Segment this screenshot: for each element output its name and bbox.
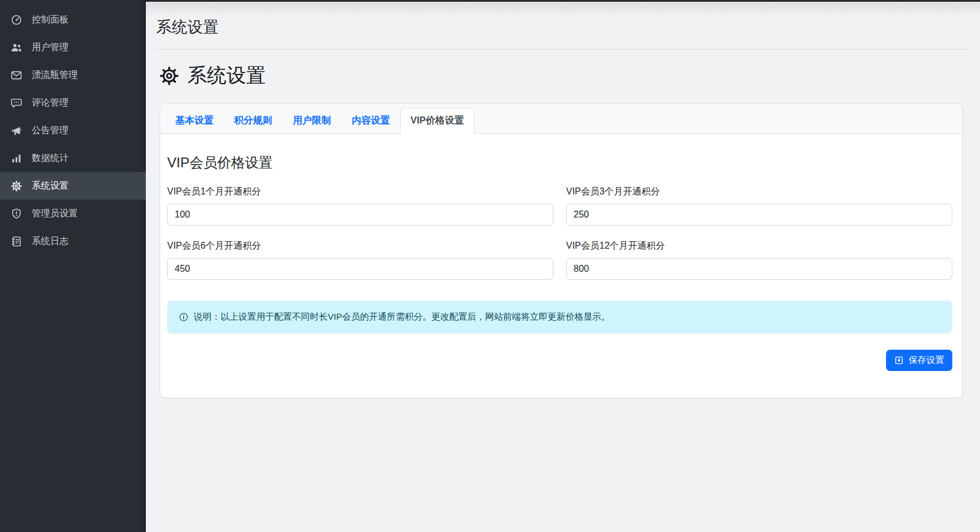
envelope-icon xyxy=(10,69,22,81)
app-window: 控制面板 用户管理 漂流瓶管理 评论管理 公告管理 数据统计 系统设置 管理员 xyxy=(0,0,980,532)
sidebar-item-system-logs[interactable]: 系统日志 xyxy=(0,227,146,255)
vip-12-month-input[interactable] xyxy=(566,258,952,280)
sidebar-item-label: 系统日志 xyxy=(32,235,69,248)
field-label: VIP会员6个月开通积分 xyxy=(167,240,553,252)
info-alert: 说明：以上设置用于配置不同时长VIP会员的开通所需积分。更改配置后，网站前端将立… xyxy=(167,301,952,334)
journal-icon xyxy=(10,235,22,248)
gear-icon xyxy=(159,65,180,87)
sidebar-item-label: 漂流瓶管理 xyxy=(32,69,78,81)
sidebar-item-system-settings[interactable]: 系统设置 xyxy=(0,172,146,200)
sidebar-item-label: 管理员设置 xyxy=(32,208,78,220)
save-icon xyxy=(894,355,904,365)
sidebar-item-announcements[interactable]: 公告管理 xyxy=(0,117,146,144)
vip-price-form: VIP会员1个月开通积分 VIP会员3个月开通积分 VIP会员6个月开通积分 V… xyxy=(167,186,952,280)
sidebar-item-users[interactable]: 用户管理 xyxy=(0,33,146,61)
field-vip-6-month: VIP会员6个月开通积分 xyxy=(167,240,553,280)
info-icon xyxy=(179,312,189,322)
sidebar-item-admin-settings[interactable]: 管理员设置 xyxy=(0,200,146,227)
actions-row: 保存设置 xyxy=(167,350,952,371)
sidebar-item-label: 用户管理 xyxy=(32,42,69,54)
field-label: VIP会员12个月开通积分 xyxy=(566,240,952,252)
vip-1-month-input[interactable] xyxy=(167,204,553,226)
sidebar-item-label: 公告管理 xyxy=(32,125,69,137)
gear-icon xyxy=(10,180,22,192)
settings-tabs: 基本设置 积分规则 用户限制 内容设置 VIP价格设置 xyxy=(160,104,962,134)
save-button-label: 保存设置 xyxy=(909,354,944,366)
sidebar-item-bottles[interactable]: 漂流瓶管理 xyxy=(0,61,146,89)
sidebar-item-dashboard[interactable]: 控制面板 xyxy=(0,6,146,33)
comment-icon xyxy=(10,97,22,109)
users-icon xyxy=(10,42,22,54)
sidebar-item-label: 数据统计 xyxy=(32,152,69,164)
page-title-text: 系统设置 xyxy=(187,62,266,89)
save-settings-button[interactable]: 保存设置 xyxy=(886,350,952,371)
tab-basic-settings[interactable]: 基本设置 xyxy=(165,108,224,134)
field-vip-3-month: VIP会员3个月开通积分 xyxy=(566,186,952,226)
tab-content-settings[interactable]: 内容设置 xyxy=(341,108,400,134)
field-vip-12-month: VIP会员12个月开通积分 xyxy=(566,240,952,280)
main-content: 系统设置 系统设置 基本设置 积分规则 用户限制 内容设置 VIP价格设置 VI… xyxy=(146,0,980,532)
sidebar-item-comments[interactable]: 评论管理 xyxy=(0,89,146,117)
field-label: VIP会员3个月开通积分 xyxy=(566,186,952,198)
page-header-title: 系统设置 xyxy=(146,2,980,49)
shield-icon xyxy=(10,208,22,220)
speedometer-icon xyxy=(10,14,22,26)
sidebar: 控制面板 用户管理 漂流瓶管理 评论管理 公告管理 数据统计 系统设置 管理员 xyxy=(0,0,146,532)
tab-user-limits[interactable]: 用户限制 xyxy=(282,108,341,134)
megaphone-icon xyxy=(10,125,22,137)
tab-points-rules[interactable]: 积分规则 xyxy=(224,108,282,134)
field-vip-1-month: VIP会员1个月开通积分 xyxy=(167,186,553,226)
section-title: VIP会员价格设置 xyxy=(167,153,952,172)
sidebar-item-label: 评论管理 xyxy=(32,97,69,109)
tab-vip-price-settings[interactable]: VIP价格设置 xyxy=(400,108,474,134)
page-title: 系统设置 xyxy=(159,62,968,89)
vip-3-month-input[interactable] xyxy=(566,204,952,226)
header-divider xyxy=(156,49,970,50)
tab-panel-vip-price: VIP会员价格设置 VIP会员1个月开通积分 VIP会员3个月开通积分 VIP会… xyxy=(160,134,962,398)
bar-chart-icon xyxy=(10,152,22,164)
sidebar-item-label: 控制面板 xyxy=(32,14,69,26)
info-alert-text: 说明：以上设置用于配置不同时长VIP会员的开通所需积分。更改配置后，网站前端将立… xyxy=(194,311,610,323)
vip-6-month-input[interactable] xyxy=(167,258,553,280)
settings-card: 基本设置 积分规则 用户限制 内容设置 VIP价格设置 VIP会员价格设置 VI… xyxy=(160,103,963,398)
field-label: VIP会员1个月开通积分 xyxy=(167,186,553,198)
sidebar-item-statistics[interactable]: 数据统计 xyxy=(0,144,146,172)
sidebar-item-label: 系统设置 xyxy=(32,180,69,192)
